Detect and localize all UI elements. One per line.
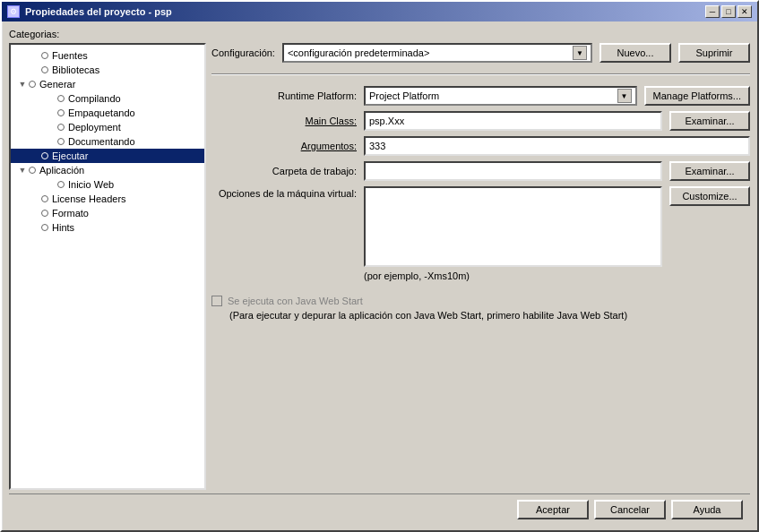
- sidebar-item-empaquetando[interactable]: Empaquetando: [11, 106, 204, 120]
- expand-icon: [29, 49, 41, 62]
- config-dropdown-value: <configuración predeterminada>: [288, 47, 429, 58]
- title-bar-left: ⚙ Propiedades del proyecto - psp: [7, 5, 172, 18]
- sidebar-item-inicio-web[interactable]: Inicio Web: [11, 177, 204, 192]
- sidebar-item-generar[interactable]: ▼ Generar: [11, 77, 204, 91]
- right-panel: Configuración: <configuración predetermi…: [211, 43, 750, 490]
- item-icon: [41, 52, 48, 59]
- opciones-textarea[interactable]: [364, 186, 662, 267]
- config-row: Configuración: <configuración predetermi…: [211, 43, 750, 63]
- item-icon: [41, 66, 48, 73]
- expand-icon: [29, 193, 41, 205]
- runtime-platform-value: Project Platform: [369, 90, 439, 101]
- sidebar-item-bibliotecas[interactable]: Bibliotecas: [11, 63, 204, 77]
- maximize-button[interactable]: □: [721, 5, 736, 18]
- title-controls: ─ □ ✕: [705, 5, 752, 18]
- sidebar-item-label: Generar: [39, 79, 75, 90]
- main-class-row: Main Class: Examinar...: [211, 111, 750, 131]
- suprimir-button[interactable]: Suprimir: [678, 43, 750, 63]
- item-icon: [41, 195, 48, 202]
- examinar2-button[interactable]: Examinar...: [669, 161, 750, 181]
- window-content: Categorias: Fuentes Bibliotecas: [2, 21, 757, 530]
- sidebar-item-fuentes[interactable]: Fuentes: [11, 48, 204, 63]
- java-web-start-row: Se ejecuta con Java Web Start: [211, 296, 750, 306]
- sidebar-item-formato[interactable]: Formato: [11, 206, 204, 220]
- argumentos-label: Argumentos:: [211, 141, 364, 151]
- main-class-label: Main Class:: [211, 116, 364, 126]
- expand-icon: [45, 121, 57, 133]
- examinar1-button[interactable]: Examinar...: [669, 111, 750, 131]
- tree-panel: Fuentes Bibliotecas ▼ Generar: [9, 43, 206, 490]
- carpeta-label: Carpeta de trabajo:: [211, 166, 364, 176]
- sidebar-item-label: Hints: [52, 222, 74, 233]
- item-icon: [41, 152, 48, 159]
- window-icon: ⚙: [7, 5, 20, 18]
- categories-label: Categorias:: [9, 29, 750, 39]
- sidebar-item-deployment[interactable]: Deployment: [11, 120, 204, 134]
- item-icon: [57, 95, 65, 102]
- main-area: Fuentes Bibliotecas ▼ Generar: [9, 43, 750, 490]
- item-icon: [57, 181, 65, 188]
- ayuda-button[interactable]: Ayuda: [671, 500, 743, 519]
- sidebar-item-label: Inicio Web: [68, 179, 114, 190]
- expand-icon: [29, 221, 41, 234]
- sidebar-item-label: Bibliotecas: [52, 64, 99, 75]
- item-icon: [41, 210, 48, 217]
- argumentos-row: Argumentos:: [211, 136, 750, 156]
- expand-icon: [45, 92, 57, 105]
- sidebar-item-label: License Headers: [52, 193, 126, 204]
- item-icon: [57, 124, 65, 131]
- manage-platforms-button[interactable]: Manage Platforms...: [644, 86, 750, 106]
- expand-icon: ▼: [16, 164, 29, 176]
- close-button[interactable]: ✕: [737, 5, 752, 18]
- cancelar-button[interactable]: Cancelar: [594, 500, 666, 519]
- opciones-row: Opciones de la máquina virtual: Customiz…: [211, 186, 750, 281]
- sidebar-item-label: Formato: [52, 208, 89, 219]
- expand-icon: [45, 107, 57, 119]
- item-icon: [57, 109, 65, 116]
- separator1: [211, 73, 750, 75]
- opciones-hint: (por ejemplo, -Xms10m): [364, 270, 750, 281]
- sidebar-item-license-headers[interactable]: License Headers: [11, 192, 204, 206]
- sidebar-item-label: Empaquetando: [68, 107, 135, 118]
- argumentos-underline: Argumentos:: [301, 141, 357, 151]
- sidebar-item-ejecutar[interactable]: Ejecutar: [11, 149, 204, 163]
- opciones-label: Opciones de la máquina virtual:: [211, 186, 364, 199]
- sidebar-item-compilando[interactable]: Compilando: [11, 91, 204, 106]
- sidebar-item-hints[interactable]: Hints: [11, 220, 204, 235]
- java-web-start-section: Se ejecuta con Java Web Start (Para ejec…: [211, 296, 750, 321]
- config-dropdown-arrow[interactable]: ▼: [573, 46, 587, 60]
- config-dropdown[interactable]: <configuración predeterminada> ▼: [282, 43, 592, 63]
- aceptar-button[interactable]: Aceptar: [517, 500, 589, 519]
- main-window: ⚙ Propiedades del proyecto - psp ─ □ ✕ C…: [0, 0, 759, 532]
- expand-icon: [29, 207, 41, 219]
- runtime-platform-label: Runtime Platform:: [211, 90, 364, 101]
- sidebar-item-label: Fuentes: [52, 50, 88, 61]
- title-bar: ⚙ Propiedades del proyecto - psp ─ □ ✕: [2, 2, 757, 21]
- item-icon: [41, 224, 48, 231]
- runtime-platform-arrow[interactable]: ▼: [617, 89, 632, 103]
- minimize-button[interactable]: ─: [705, 5, 720, 18]
- expand-icon: [45, 135, 57, 148]
- main-class-input[interactable]: [364, 111, 662, 131]
- config-label: Configuración:: [211, 47, 275, 58]
- item-icon: [57, 138, 65, 145]
- sidebar-item-documentando[interactable]: Documentando: [11, 134, 204, 149]
- sidebar-item-label: Aplicación: [39, 165, 84, 176]
- sidebar-item-label: Compilando: [68, 93, 121, 104]
- item-icon: [29, 167, 36, 174]
- carpeta-input[interactable]: [364, 161, 662, 181]
- nuevo-button[interactable]: Nuevo...: [599, 43, 671, 63]
- runtime-platform-dropdown[interactable]: Project Platform ▼: [364, 86, 637, 106]
- sidebar-item-label: Documentando: [68, 136, 135, 147]
- bottom-buttons: Aceptar Cancelar Ayuda: [9, 493, 750, 523]
- customize-button[interactable]: Customize...: [669, 186, 750, 206]
- expand-icon: ▼: [16, 78, 29, 90]
- sidebar-item-label: Ejecutar: [52, 150, 88, 161]
- argumentos-input[interactable]: [364, 136, 750, 156]
- main-class-underline: Main Class:: [306, 116, 357, 126]
- java-web-start-checkbox: [211, 296, 222, 306]
- form-section: Runtime Platform: Project Platform ▼ Man…: [211, 86, 750, 281]
- carpeta-row: Carpeta de trabajo: Examinar...: [211, 161, 750, 181]
- sidebar-item-aplicacion[interactable]: ▼ Aplicación: [11, 163, 204, 177]
- java-web-start-label: Se ejecuta con Java Web Start: [228, 296, 363, 306]
